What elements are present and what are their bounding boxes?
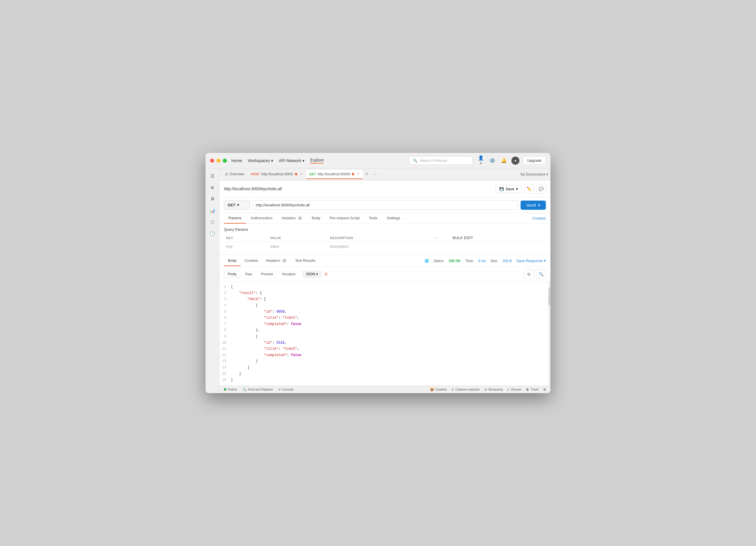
headers-badge: 6	[297, 216, 302, 220]
code-line-14: 14 ]	[219, 365, 550, 371]
sidebar-icon-history[interactable]: 🕐	[207, 228, 218, 239]
send-button[interactable]: Send ▾	[521, 201, 546, 210]
code-line-5: 5 "id": 9959,	[219, 309, 550, 315]
capture-requests-button[interactable]: ⊙ Capture requests	[451, 388, 479, 391]
more-tabs-button[interactable]: ···	[371, 172, 379, 177]
key-input[interactable]: Key	[226, 244, 233, 249]
tab-overview[interactable]: ⊡ Overview	[222, 170, 247, 179]
format-raw-button[interactable]: Raw	[241, 271, 256, 278]
sidebar-icon-collections[interactable]: ☰	[207, 171, 218, 181]
close-button[interactable]	[210, 159, 214, 163]
nav-home[interactable]: Home	[231, 158, 242, 163]
value-input[interactable]: Value	[270, 244, 279, 249]
runner-icon: ▷	[507, 388, 510, 391]
notification-button[interactable]: 🔔	[500, 157, 508, 165]
trash-icon: 🗑	[526, 388, 529, 391]
console-icon: ⧄	[279, 388, 281, 391]
url-input[interactable]	[252, 200, 518, 210]
sidebar: ☰ ⊕ 🖥 📊 ⬡ 🕐	[206, 168, 219, 393]
sidebar-icon-monitor[interactable]: 📊	[207, 205, 218, 216]
online-dot	[224, 388, 226, 391]
traffic-lights	[210, 159, 227, 163]
expand-button[interactable]: ⊞	[543, 388, 546, 391]
scrollbar-thumb[interactable]	[548, 288, 550, 305]
cookies-statusbar-button[interactable]: 🍪 Cookies	[430, 388, 447, 391]
resp-tab-cookies[interactable]: Cookies	[241, 255, 262, 266]
req-tab-pre-request[interactable]: Pre-request Script	[325, 213, 364, 224]
req-tab-authorization[interactable]: Authorization	[246, 213, 277, 224]
nav-api-network[interactable]: API Network ▾	[279, 158, 304, 163]
status-bar-right: 🍪 Cookies ⊙ Capture requests ◎ Bootcamp …	[430, 388, 546, 391]
format-pretty-button[interactable]: Pretty	[224, 271, 240, 278]
copy-response-button[interactable]: ⧉	[524, 269, 534, 279]
minimize-button[interactable]	[216, 159, 220, 163]
nav-links: Home Workspaces ▾ API Network ▾ Explore	[231, 158, 404, 164]
overview-icon: ⊡	[225, 172, 228, 176]
resp-tab-headers[interactable]: Headers 6	[262, 255, 291, 266]
bootcamp-button[interactable]: ◎ Bootcamp	[484, 388, 503, 391]
params-title: Query Params	[224, 227, 546, 232]
request-tabs: Params Authorization Headers 6 Body Pre-…	[219, 213, 550, 224]
req-tab-tests[interactable]: Tests	[364, 213, 382, 224]
code-line-15: 15 }	[219, 371, 550, 377]
sidebar-icon-flows[interactable]: ⬡	[207, 217, 218, 227]
search-response-button[interactable]: 🔍	[536, 269, 546, 279]
edit-icon-btn[interactable]: ✏️	[524, 184, 534, 194]
bulk-edit-button[interactable]: Bulk Edit	[452, 236, 473, 240]
cookies-link[interactable]: Cookies	[532, 216, 546, 220]
format-json-select[interactable]: JSON ▾	[303, 271, 321, 278]
req-tab-params[interactable]: Params	[224, 213, 246, 224]
table-row: Key Value Description	[224, 242, 546, 251]
code-line-4: 4 {	[219, 303, 550, 309]
trash-button[interactable]: 🗑 Trash	[526, 388, 539, 391]
params-table: KEY VALUE DESCRIPTION ··· Bulk Edit	[224, 234, 546, 251]
tab-post-close[interactable]: ✕	[300, 172, 302, 176]
req-tab-settings[interactable]: Settings	[382, 213, 405, 224]
avatar-button[interactable]: ●	[511, 157, 519, 165]
console-button[interactable]: ⧄ Console	[279, 388, 293, 391]
params-section: Query Params KEY VALUE DESCRIPTION ··· B…	[219, 224, 550, 255]
description-input[interactable]: Description	[330, 244, 349, 249]
settings-button[interactable]: ⚙️	[488, 157, 496, 165]
save-icon: 💾	[499, 187, 504, 191]
capture-icon: ⊙	[451, 388, 454, 391]
environment-selector[interactable]: No Environment ▾	[521, 172, 548, 176]
format-preview-button[interactable]: Preview	[257, 271, 277, 278]
add-tab-button[interactable]: +	[363, 170, 371, 178]
save-button[interactable]: 💾 Save ▾	[496, 185, 522, 193]
upgrade-button[interactable]: Upgrade	[523, 156, 546, 165]
add-user-button[interactable]: 👤+	[477, 157, 485, 165]
save-response-button[interactable]: Save Response ▾	[516, 259, 546, 263]
col-key: KEY	[224, 234, 268, 242]
method-select[interactable]: GET ▾	[224, 200, 250, 210]
titlebar-actions: 👤+ ⚙️ 🔔 ● Upgrade	[477, 156, 546, 165]
tab-post[interactable]: POST http://localhost:3000/ ✕	[247, 170, 306, 179]
comment-icon-btn[interactable]: 💬	[536, 184, 546, 194]
format-bar: Pretty Raw Preview Visualize JSON ▾ ≡ ⧉ …	[219, 267, 550, 282]
nav-workspaces[interactable]: Workspaces ▾	[248, 158, 273, 163]
find-replace-button[interactable]: 🔍 Find and Replace	[243, 388, 273, 391]
sidebar-icon-mock[interactable]: 🖥	[207, 194, 218, 204]
maximize-button[interactable]	[223, 159, 227, 163]
scrollbar-track[interactable]	[548, 282, 550, 386]
code-line-13: 13 }	[219, 358, 550, 365]
code-line-9: 9 {	[219, 334, 550, 340]
response-code-area: 1 { 2 "result": { 3 "data": [	[219, 282, 550, 386]
tab-get-close[interactable]: ✕	[357, 172, 359, 176]
online-status[interactable]: Online	[224, 388, 237, 391]
req-tab-body[interactable]: Body	[307, 213, 325, 224]
tab-get[interactable]: GET http://localhost:3000/t ✕	[306, 170, 363, 179]
sidebar-icon-environments[interactable]: ⊕	[207, 182, 218, 193]
format-visualize-button[interactable]: Visualize	[278, 271, 299, 278]
resp-tab-test-results[interactable]: Test Results	[291, 255, 320, 266]
code-line-2: 2 "result": {	[219, 290, 550, 297]
col-value: VALUE	[268, 234, 327, 242]
resp-tab-body[interactable]: Body	[224, 255, 241, 266]
runner-button[interactable]: ▷ Runner	[507, 388, 521, 391]
req-tab-headers[interactable]: Headers 6	[277, 213, 307, 224]
nav-explore[interactable]: Explore	[310, 158, 324, 164]
search-bar[interactable]: 🔍 Search Postman	[409, 156, 472, 165]
wrap-button[interactable]: ≡	[325, 271, 328, 277]
params-more-icon[interactable]: ···	[435, 236, 438, 240]
col-description: DESCRIPTION	[328, 234, 433, 242]
